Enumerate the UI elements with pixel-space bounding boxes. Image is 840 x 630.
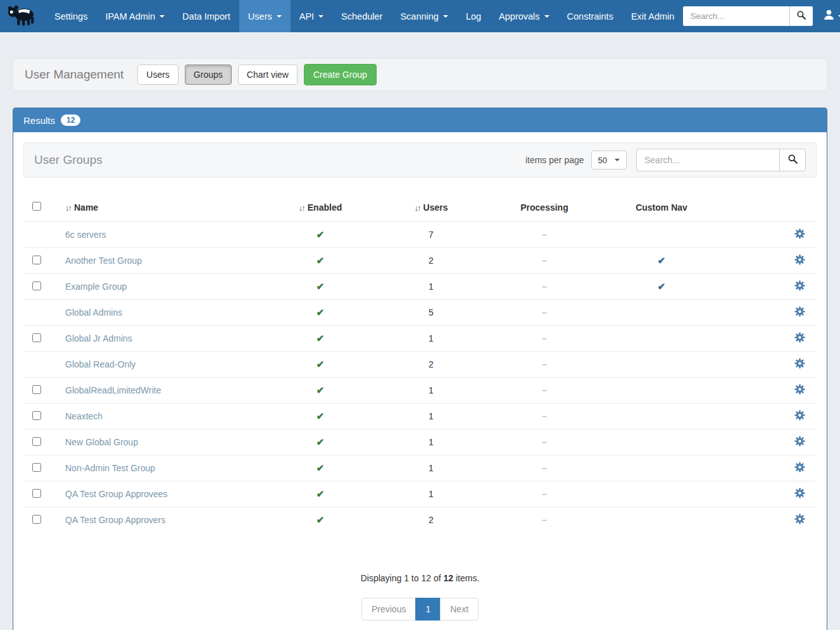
- results-panel-header: Results 12: [13, 108, 827, 132]
- global-search-group: [683, 6, 813, 26]
- nav-item-label: Users: [248, 11, 272, 22]
- row-checkbox[interactable]: [32, 515, 41, 524]
- nav-item-scheduler[interactable]: Scheduler: [332, 0, 391, 32]
- column-header-users[interactable]: ↓↑Users: [372, 195, 491, 222]
- view-button-users[interactable]: Users: [137, 65, 179, 85]
- group-name-link[interactable]: Example Group: [65, 281, 127, 292]
- global-search-input[interactable]: [683, 6, 789, 26]
- gear-icon[interactable]: [794, 384, 805, 395]
- enabled-check-icon: ✔: [317, 462, 325, 473]
- nav-item-approvals[interactable]: Approvals: [490, 0, 558, 32]
- table-search-input[interactable]: [636, 149, 779, 171]
- pagination-previous[interactable]: Previous: [361, 598, 416, 621]
- pagination-page-1[interactable]: 1: [415, 598, 441, 621]
- table-row: Neaxtech✔1–: [23, 404, 817, 429]
- gear-icon[interactable]: [794, 306, 805, 317]
- nav-item-data-import[interactable]: Data Import: [173, 0, 239, 32]
- user-groups-toolbar: User Groups items per page 50: [23, 142, 817, 178]
- group-name-link[interactable]: Global Jr Admins: [65, 333, 132, 343]
- group-name-link[interactable]: Non-Admin Test Group: [65, 463, 155, 473]
- global-search-button[interactable]: [789, 6, 813, 26]
- gear-icon[interactable]: [794, 514, 805, 524]
- page-title: User Management: [25, 68, 123, 82]
- column-header-enabled[interactable]: ↓↑Enabled: [269, 195, 372, 222]
- search-icon: [787, 154, 798, 166]
- nav-item-exit-admin[interactable]: Exit Admin: [622, 0, 684, 32]
- nav-item-label: Scheduler: [341, 11, 382, 22]
- gear-icon[interactable]: [794, 410, 805, 421]
- sort-icon: ↓↑: [299, 203, 304, 213]
- group-name-link[interactable]: QA Test Group Approvees: [65, 489, 168, 499]
- row-checkbox[interactable]: [32, 256, 41, 264]
- gear-icon[interactable]: [794, 228, 805, 239]
- enabled-check-icon: ✔: [317, 488, 325, 499]
- group-name-link[interactable]: New Global Group: [65, 437, 138, 447]
- gear-icon[interactable]: [794, 280, 805, 291]
- table-body: 6c servers✔7–Another Test Group✔2–✔Examp…: [23, 222, 817, 533]
- row-checkbox[interactable]: [32, 385, 41, 394]
- gear-icon[interactable]: [794, 332, 805, 343]
- group-name-link[interactable]: Another Test Group: [65, 256, 142, 266]
- view-button-chart[interactable]: Chart view: [238, 65, 298, 85]
- group-name-link[interactable]: 6c servers: [65, 230, 106, 240]
- row-checkbox[interactable]: [32, 281, 41, 290]
- nav-item-scanning[interactable]: Scanning: [391, 0, 456, 32]
- user-groups-table: ↓↑Name ↓↑Enabled ↓↑Users Processing Cust: [23, 195, 817, 533]
- nav-item-settings[interactable]: Settings: [46, 0, 96, 32]
- items-per-page-select[interactable]: 50: [591, 151, 627, 170]
- select-all-checkbox[interactable]: [32, 202, 41, 211]
- nav-item-api[interactable]: API: [291, 0, 332, 32]
- group-name-link[interactable]: Global Admins: [65, 307, 122, 318]
- row-checkbox[interactable]: [32, 437, 41, 446]
- group-name-link[interactable]: Neaxtech: [65, 411, 103, 421]
- column-header-name[interactable]: ↓↑Name: [60, 195, 269, 222]
- nav-item-users[interactable]: Users: [239, 0, 291, 32]
- processing-placeholder: –: [542, 385, 547, 395]
- gear-icon[interactable]: [794, 462, 805, 472]
- row-checkbox[interactable]: [32, 333, 41, 342]
- nav-item-label: Constraints: [567, 11, 613, 22]
- view-button-groups[interactable]: Groups: [185, 65, 232, 85]
- gear-icon[interactable]: [794, 488, 805, 498]
- nav-item-log[interactable]: Log: [457, 0, 490, 32]
- enabled-check-icon: ✔: [317, 385, 325, 395]
- panda-logo-icon: [6, 3, 38, 30]
- sort-icon: ↓↑: [65, 203, 71, 213]
- enabled-check-icon: ✔: [317, 514, 325, 525]
- table-row: New Global Group✔1–: [23, 429, 817, 455]
- processing-placeholder: –: [542, 230, 547, 240]
- column-header-custom-nav: Custom Nav: [598, 195, 725, 222]
- table-row: Global Admins✔5–: [23, 300, 817, 326]
- row-checkbox[interactable]: [32, 463, 41, 472]
- table-search-button[interactable]: [779, 149, 806, 171]
- row-checkbox[interactable]: [32, 411, 41, 420]
- nav-item-label: Scanning: [400, 11, 438, 22]
- user-menu[interactable]: [820, 9, 840, 23]
- users-count: 1: [372, 404, 491, 429]
- create-group-button[interactable]: Create Group: [304, 64, 377, 85]
- results-panel: Results 12 User Groups items per page 50: [13, 108, 827, 630]
- items-per-page-value: 50: [598, 156, 607, 165]
- items-per-page-label: items per page: [525, 155, 584, 165]
- gear-icon[interactable]: [794, 254, 805, 265]
- nav-item-label: Approvals: [499, 11, 539, 22]
- column-header-processing: Processing: [491, 195, 598, 222]
- chevron-down-icon: [318, 15, 323, 18]
- nav-item-constraints[interactable]: Constraints: [558, 0, 622, 32]
- gear-icon[interactable]: [794, 358, 805, 369]
- processing-placeholder: –: [542, 463, 547, 473]
- enabled-check-icon: ✔: [317, 359, 325, 369]
- users-count: 1: [372, 378, 491, 404]
- enabled-check-icon: ✔: [317, 436, 325, 447]
- group-name-link[interactable]: QA Test Group Approvers: [65, 515, 166, 525]
- app-logo[interactable]: [3, 0, 46, 32]
- pagination-next[interactable]: Next: [440, 598, 479, 621]
- gear-icon[interactable]: [794, 436, 805, 447]
- row-checkbox[interactable]: [32, 489, 41, 498]
- group-name-link[interactable]: GlobalReadLimitedWrite: [65, 385, 161, 395]
- nav-item-ipam-admin[interactable]: IPAM Admin: [96, 0, 173, 32]
- table-row: Global Read-Only✔2–: [23, 352, 817, 378]
- group-name-link[interactable]: Global Read-Only: [65, 359, 135, 369]
- chevron-down-icon: [443, 15, 448, 18]
- users-count: 2: [372, 507, 491, 533]
